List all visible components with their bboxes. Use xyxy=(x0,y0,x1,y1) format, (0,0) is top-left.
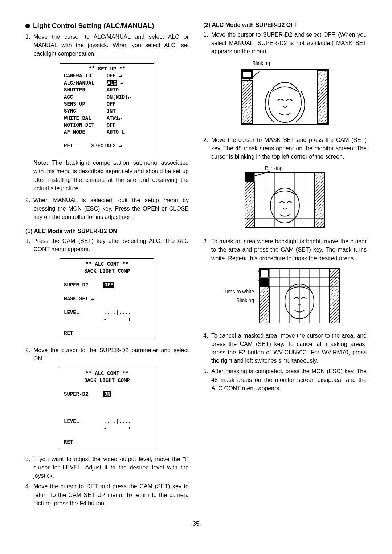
list-item: 4. Move the cursor to RET and press the … xyxy=(25,482,189,508)
figure-labels-row: Turns to white Blinking xyxy=(218,267,341,325)
item-number: 1. xyxy=(203,30,211,56)
item-text: Move the cursor to the SUPER-D2 paramete… xyxy=(33,346,189,363)
list-item: 3. If you want to adjust the video outpu… xyxy=(25,455,189,480)
sub-heading: (2) ALC Mode with SUPER-D2 OFF xyxy=(203,22,367,28)
section-title-text: Light Control Setting (ALC/MANUAL) xyxy=(33,22,154,30)
list-item: 2. Move the cursor to the SUPER-D2 param… xyxy=(25,346,189,363)
item-number: 4. xyxy=(203,331,211,365)
list-item: 2. Move the cursor to MASK SET and press… xyxy=(203,136,367,161)
mask-illustration-icon xyxy=(238,66,332,128)
svg-rect-23 xyxy=(245,182,255,227)
list-item: 3. To mask an area where backlight is br… xyxy=(203,237,367,262)
figure-mask-3: Turns to white Blinking xyxy=(218,267,341,325)
item-number: 1. xyxy=(25,237,33,253)
figure-label: Blinking xyxy=(265,165,327,171)
item-text: Press the CAM (SET) key after selecting … xyxy=(33,237,189,253)
page-layout: Light Control Setting (ALC/MANUAL) 1. Mo… xyxy=(25,22,367,510)
item-number: 4. xyxy=(25,482,33,508)
mask-grid-white-illustration-icon xyxy=(258,267,341,325)
sub-heading: (1) ALC Mode with SUPER-D2 ON xyxy=(25,228,189,235)
item-text: To mask an area where backlight is brigh… xyxy=(211,237,367,262)
svg-rect-44 xyxy=(329,269,339,323)
item-text: Move the cursor to SUPER-D2 and select O… xyxy=(211,30,367,56)
item-text: When MANUAL is selected, quit the setup … xyxy=(33,196,189,221)
mask-grid-illustration-icon xyxy=(243,171,327,229)
svg-rect-43 xyxy=(260,287,269,323)
item-number: 2. xyxy=(25,196,33,221)
section-title: Light Control Setting (ALC/MANUAL) xyxy=(25,22,189,30)
svg-rect-5 xyxy=(242,81,252,123)
osd-setup-menu: ** SET UP **CAMERA ID OFF ↵ ALC/MANUAL A… xyxy=(60,63,154,152)
list-item: 1. Move the cursor to SUPER-D2 and selec… xyxy=(203,30,367,56)
figure-label: Blinking xyxy=(222,297,254,303)
item-number: 3. xyxy=(203,237,211,262)
note-block: Note: The backlight compensation submenu… xyxy=(33,159,189,192)
left-column: Light Control Setting (ALC/MANUAL) 1. Mo… xyxy=(25,22,189,510)
svg-rect-24 xyxy=(315,173,325,227)
note-label: Note: xyxy=(33,160,48,166)
osd-alc-cont-on: ** ALC CONT **BACK LIGHT COMP SUPER-D2 O… xyxy=(60,368,154,448)
item-text: To cancel a masked area, move the cursor… xyxy=(211,331,367,365)
figure-mask-2: Blinking xyxy=(243,165,327,231)
figure-label: Turns to white xyxy=(222,289,254,294)
item-text: Move the cursor to MASK SET and press th… xyxy=(211,136,367,161)
item-number: 2. xyxy=(25,346,33,363)
right-column: (2) ALC Mode with SUPER-D2 OFF 1. Move t… xyxy=(203,22,367,510)
bullet-icon xyxy=(25,24,30,28)
item-text: Move the cursor to ALC/MANUAL and select… xyxy=(33,33,189,58)
item-number: 5. xyxy=(203,367,211,392)
item-text: If you want to adjust the video output l… xyxy=(33,455,189,480)
osd-title: ** SET UP ** xyxy=(64,66,150,73)
item-text: Move the cursor to RET and press the CAM… xyxy=(33,482,189,508)
figure-mask-1: Blinking xyxy=(238,60,332,129)
figure-label: Blinking xyxy=(252,60,332,66)
svg-rect-6 xyxy=(318,70,328,123)
item-number: 1. xyxy=(25,33,33,58)
item-text: After masking is completed, press the MO… xyxy=(211,367,367,392)
list-item: 4. To cancel a masked area, move the cur… xyxy=(203,331,367,365)
list-item: 1. Press the CAM (SET) key after selecti… xyxy=(25,237,189,253)
svg-rect-4 xyxy=(243,71,252,78)
svg-rect-42 xyxy=(260,278,269,286)
svg-rect-22 xyxy=(246,174,254,181)
svg-rect-1 xyxy=(241,70,328,124)
item-number: 3. xyxy=(25,455,33,480)
item-number: 2. xyxy=(203,136,211,161)
list-item: 1. Move the cursor to ALC/MANUAL and sel… xyxy=(25,33,189,58)
svg-rect-41 xyxy=(260,269,269,277)
list-item: 2. When MANUAL is selected, quit the set… xyxy=(25,196,189,221)
note-text: The backlight compensation submenu assoc… xyxy=(33,160,189,191)
osd-alc-cont-off: ** ALC CONT **BACK LIGHT COMP SUPER-D2 O… xyxy=(60,258,154,339)
page-number: -35- xyxy=(25,521,367,527)
list-item: 5. After masking is completed, press the… xyxy=(203,367,367,392)
